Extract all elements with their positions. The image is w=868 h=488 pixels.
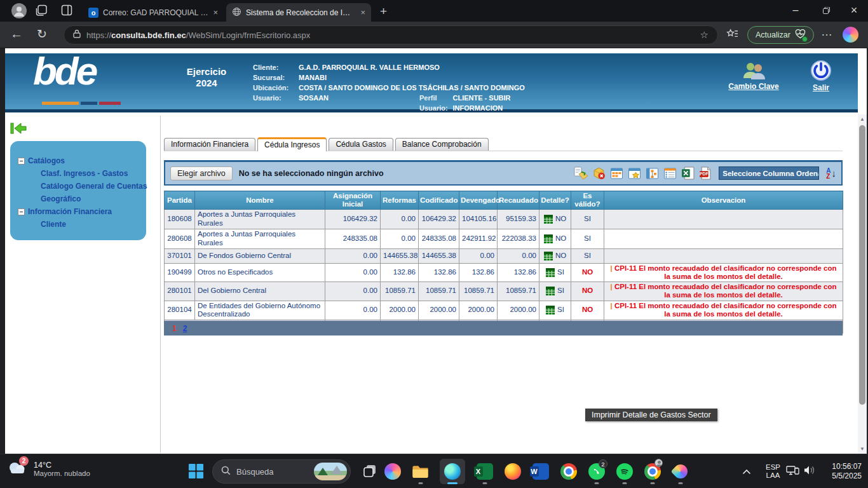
upload-toolbar: Elegir archivo No se ha seleccionado nin… [164, 160, 843, 186]
page-2-link[interactable]: 2 [183, 324, 187, 333]
taskbar-apps: X W 2 [384, 458, 689, 485]
tab-cedula-gastos[interactable]: Cédula Gastos [329, 138, 393, 151]
copilot-taskbar-icon[interactable] [384, 459, 401, 484]
tree-view-icon[interactable] [645, 166, 660, 180]
client-info: Cliente:G.A.D. PARROQUIAL R. VALLE HERMO… [253, 62, 525, 103]
tab-title: Sistema de Recoleccion de Inform [246, 8, 354, 17]
close-window-button[interactable]: × [840, 0, 868, 20]
browser-tab-site[interactable]: Sistema de Recoleccion de Inform × [226, 3, 371, 22]
svg-text:PDF: PDF [700, 172, 709, 176]
main-tabs: Información Financiera Cédula Ingresos C… [164, 137, 843, 151]
chrome-taskbar-icon[interactable] [560, 459, 577, 484]
detail-grid-icon[interactable] [546, 268, 555, 277]
sort-az-icon[interactable]: AZ↓ [826, 168, 836, 179]
tab-cedula-ingresos[interactable]: Cédula Ingresos [257, 137, 327, 151]
scroll-up-icon[interactable]: ▲ [858, 114, 867, 123]
file-explorer-icon[interactable] [412, 459, 429, 484]
upload-file-icon[interactable] [574, 166, 588, 180]
ejercicio-block: Ejercicio2024 [165, 66, 248, 89]
sidebar-item-cliente[interactable]: Cliente [41, 220, 66, 229]
bde-logo: bde [33, 48, 95, 93]
sort-column-select[interactable]: Seleccione Columna Ordenar ▼ [719, 166, 819, 180]
start-button[interactable] [188, 463, 204, 482]
salir-link[interactable]: Salir [802, 60, 840, 92]
close-tab-icon[interactable]: × [360, 8, 365, 17]
copilot-icon[interactable] [843, 27, 858, 43]
edge-taskbar-icon[interactable] [440, 459, 465, 484]
new-window-star-icon[interactable] [627, 166, 642, 180]
scroll-down-icon[interactable]: ▼ [858, 444, 867, 453]
delete-file-icon[interactable] [592, 166, 606, 180]
pagination-bar: 1 2 [164, 321, 843, 336]
sidebar-item-clasf-ingresos-gastos[interactable]: Clasf. Ingresos - Gastos [41, 169, 128, 178]
search-input[interactable]: Búsqueda [212, 459, 351, 484]
print-tooltip: Imprimir Detalle de Gastos Sector [585, 409, 717, 421]
sidebar-item-informacion-financiera[interactable]: Información Financiera [28, 207, 112, 216]
choose-file-button[interactable]: Elegir archivo [170, 166, 233, 180]
tab-balance-comprobacion[interactable]: Balance Comprobación [395, 138, 489, 151]
address-bar[interactable]: https://consulta.bde.fin.ec/WebSim/Login… [64, 25, 718, 44]
list-view-icon[interactable] [663, 166, 677, 180]
minimize-button[interactable]: – [782, 0, 810, 20]
workspaces-icon[interactable] [36, 4, 48, 17]
tab-informacion-financiera[interactable]: Información Financiera [164, 138, 255, 151]
excel-taskbar-icon[interactable]: X [476, 459, 493, 484]
sidebar-item-geografico[interactable]: Geográfico [41, 194, 81, 203]
bookmark-star-icon[interactable]: ☆ [700, 29, 709, 41]
export-excel-icon[interactable] [681, 166, 695, 180]
cambio-clave-link[interactable]: Cambio Clave [722, 61, 785, 91]
detail-grid-icon[interactable] [546, 287, 555, 295]
back-icon[interactable]: ← [10, 27, 23, 41]
task-view-icon[interactable] [362, 463, 377, 481]
firefox-taskbar-icon[interactable] [504, 459, 521, 484]
weather-widget[interactable]: 2 14°CMayorm. nublado [6, 459, 90, 478]
network-icon[interactable] [786, 465, 799, 478]
detail-grid-icon[interactable] [544, 252, 553, 261]
sidebar-item-catalogos[interactable]: Catálogos [28, 156, 65, 165]
new-tab-button[interactable]: + [380, 4, 387, 18]
close-tab-icon[interactable]: × [213, 8, 218, 17]
outlook-icon: o [88, 8, 98, 18]
language-indicator[interactable]: ESPLAA [766, 463, 780, 480]
detail-grid-icon[interactable] [546, 306, 555, 315]
table-row: 280101Del Gobierno Central0.0010859.7110… [165, 282, 843, 301]
favorites-icon[interactable] [726, 28, 738, 40]
table-row: 370101De Fondos Gobierno Central0.001446… [165, 248, 843, 263]
volume-icon[interactable] [803, 465, 816, 478]
collapse-node-icon[interactable] [18, 208, 25, 215]
collapse-menu-icon[interactable] [10, 122, 27, 137]
whatsapp-taskbar-icon[interactable]: 2 [588, 459, 605, 484]
paint-taskbar-icon[interactable] [672, 459, 689, 484]
profile-avatar[interactable] [11, 3, 27, 18]
site-header: bde Ejercicio2024 Cliente:G.A.D. PARROQU… [5, 53, 858, 112]
browser-tabstrip: o Correo: GAD PARROQUIAL VALLE × Sistema… [0, 0, 868, 22]
logo-bars [42, 102, 121, 105]
restore-button[interactable] [812, 0, 840, 20]
actualizar-button[interactable]: Actualizar [747, 26, 814, 44]
refresh-icon[interactable]: ↻ [37, 27, 47, 41]
power-icon [810, 74, 832, 83]
collapse-node-icon[interactable] [18, 158, 25, 165]
chrome-profile-taskbar-icon[interactable] [644, 459, 661, 484]
tray-chevron-up-icon[interactable] [742, 466, 751, 477]
sidebar-item-catalogo-general-cuentas[interactable]: Catálogo General de Cuentas [41, 182, 147, 191]
spotify-taskbar-icon[interactable] [616, 459, 633, 484]
globe-icon [232, 7, 241, 18]
scrollbar-thumb[interactable] [859, 125, 865, 405]
tab-actions-icon[interactable] [61, 4, 72, 16]
clock[interactable]: 10:56:075/5/2025 [816, 462, 862, 481]
table-row: 180608Aportes a Juntas Parroquiales Rura… [165, 210, 843, 229]
weather-condition: Mayorm. nublado [34, 470, 90, 477]
page-scrollbar[interactable]: ▲ ▼ [858, 114, 867, 453]
export-pdf-icon[interactable]: PDF [698, 166, 713, 180]
browser-tab-mail[interactable]: o Correo: GAD PARROQUIAL VALLE × [83, 3, 224, 22]
detail-grid-icon[interactable] [544, 215, 553, 224]
detail-grid-icon[interactable] [544, 234, 553, 243]
ubicacion-value: COSTA / SANTO DOMINGO DE LOS TSÁCHILAS /… [299, 83, 525, 93]
grid-view-icon[interactable] [609, 166, 624, 180]
word-taskbar-icon[interactable]: W [532, 459, 549, 484]
table-row: 280608Aportes a Juntas Parroquiales Rura… [165, 229, 843, 249]
file-status-text: No se ha seleccionado ningún archivo [239, 169, 384, 178]
taskbar: 2 14°CMayorm. nublado Búsqueda X W 2 [0, 454, 868, 488]
browser-menu-icon[interactable]: … [821, 25, 833, 39]
